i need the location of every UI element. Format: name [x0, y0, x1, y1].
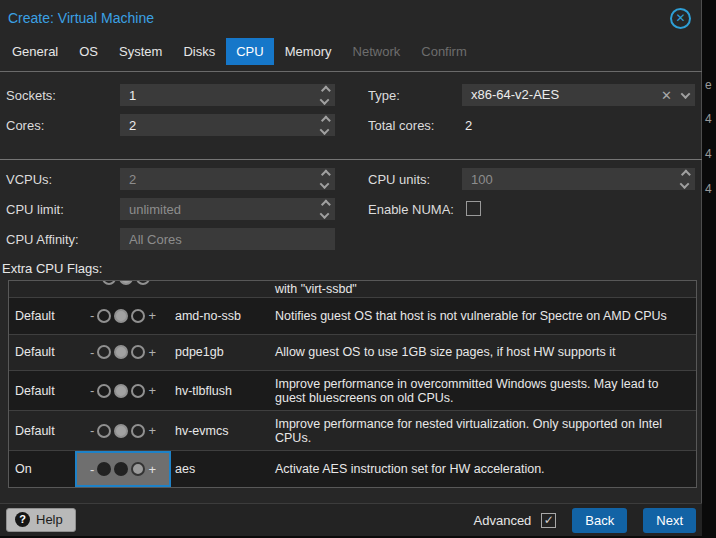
flag-description: Allow guest OS to use 1GB size pages, if… — [275, 345, 696, 359]
section-divider — [0, 159, 702, 160]
flag-state: Default — [9, 424, 71, 438]
flag-state: Default — [9, 384, 71, 398]
tab-general[interactable]: General — [2, 38, 68, 65]
table-row-hv-tlbflush[interactable]: Default - + hv-tlbflush Improve performa… — [9, 371, 696, 411]
flag-name: amd-no-ssb — [175, 309, 275, 323]
flag-name: hv-tlbflush — [175, 384, 275, 398]
cpu-affinity-label: CPU Affinity: — [6, 232, 79, 247]
sockets-stepper[interactable] — [120, 84, 335, 106]
backdrop-text: e — [705, 78, 712, 92]
flag-state: Default — [9, 345, 71, 359]
spinner-arrows-icon — [681, 171, 688, 189]
cpu-limit-stepper[interactable] — [120, 198, 335, 220]
wizard-tabbar: General OS System Disks CPU Memory Netwo… — [2, 38, 477, 71]
spinner-arrows-icon[interactable] — [321, 117, 328, 135]
spinner-arrows-icon[interactable] — [321, 201, 328, 219]
cpu-affinity-field[interactable] — [120, 228, 335, 250]
table-row-aes[interactable]: On - + aes Activate AES instruction set … — [9, 451, 696, 487]
dialog-titlebar: Create: Virtual Machine ✕ — [0, 0, 701, 38]
cores-label: Cores: — [6, 118, 44, 133]
table-row-partial[interactable]: - + with "virt-ssbd" — [9, 281, 696, 298]
flag-state: Default — [9, 309, 71, 323]
tab-confirm: Confirm — [411, 38, 477, 65]
advanced-label: Advanced — [474, 513, 532, 528]
flag-description: Activate AES instruction set for HW acce… — [275, 462, 696, 476]
dialog-title: Create: Virtual Machine — [8, 10, 154, 26]
close-icon[interactable]: ✕ — [670, 8, 691, 29]
flag-state: On — [9, 462, 71, 476]
tristate-toggle[interactable]: - + — [90, 308, 156, 323]
enable-numa-label: Enable NUMA: — [368, 202, 454, 217]
extra-cpu-flags-label: Extra CPU Flags: — [2, 261, 102, 276]
vcpus-label: VCPUs: — [6, 172, 52, 187]
type-combobox[interactable]: x86-64-v2-AES ✕ — [462, 84, 695, 106]
flag-name: hv-evmcs — [175, 424, 275, 438]
vcpus-input — [120, 168, 335, 190]
cpu-flags-table: - + with "virt-ssbd" Default - + amd-no-… — [8, 280, 697, 488]
help-button[interactable]: ? Help — [6, 508, 76, 532]
create-vm-dialog: Create: Virtual Machine ✕ General OS Sys… — [0, 0, 702, 536]
spinner-arrows-icon — [321, 171, 328, 189]
next-button[interactable]: Next — [643, 508, 696, 533]
backdrop-text: 4 — [705, 182, 712, 196]
tab-memory[interactable]: Memory — [275, 38, 342, 65]
clear-icon[interactable]: ✕ — [661, 88, 672, 103]
tab-cpu[interactable]: CPU — [226, 38, 273, 65]
tabbar-divider — [0, 71, 702, 72]
flag-description: Notifies guest OS that host is not vulne… — [275, 309, 696, 323]
flag-description: with "virt-ssbd" — [275, 282, 357, 296]
cpu-units-stepper — [462, 168, 695, 190]
tab-network: Network — [343, 38, 411, 65]
dialog-footer: ? Help Advanced ✓ Back Next — [0, 503, 702, 536]
cores-stepper[interactable] — [120, 114, 335, 136]
sockets-label: Sockets: — [6, 88, 56, 103]
tab-os[interactable]: OS — [69, 38, 108, 65]
tristate-toggle[interactable]: - + — [90, 383, 156, 398]
cpu-units-label: CPU units: — [368, 172, 430, 187]
vcpus-stepper — [120, 168, 335, 190]
screen: e 4 4 4 Create: Virtual Machine ✕ Genera… — [0, 0, 716, 538]
cores-input[interactable] — [120, 114, 335, 136]
spinner-arrows-icon[interactable] — [321, 87, 328, 105]
sockets-input[interactable] — [120, 84, 335, 106]
cpu-affinity-input[interactable] — [120, 228, 335, 250]
flag-description: Improve performance in overcommitted Win… — [275, 377, 696, 405]
tab-system[interactable]: System — [109, 38, 172, 65]
total-cores-value: 2 — [465, 118, 472, 133]
table-row-pdpe1gb[interactable]: Default - + pdpe1gb Allow guest OS to us… — [9, 335, 696, 372]
total-cores-label: Total cores: — [368, 118, 434, 133]
table-row-hv-evmcs[interactable]: Default - + hv-evmcs Improve performance… — [9, 411, 696, 451]
table-row-amd-no-ssb[interactable]: Default - + amd-no-ssb Notifies guest OS… — [9, 298, 696, 335]
type-label: Type: — [368, 88, 400, 103]
flag-description: Improve performance for nested virtualiz… — [275, 417, 696, 445]
chevron-down-icon[interactable] — [681, 89, 691, 99]
question-icon: ? — [15, 512, 30, 527]
tristate-toggle[interactable]: - + — [90, 423, 156, 438]
tab-disks[interactable]: Disks — [173, 38, 225, 65]
flag-name: aes — [175, 462, 275, 476]
flag-name: pdpe1gb — [175, 345, 275, 359]
cpu-units-input — [462, 168, 695, 190]
advanced-checkbox[interactable]: ✓ — [541, 513, 556, 528]
focused-toggle-cell: - + — [75, 451, 171, 487]
back-button[interactable]: Back — [572, 508, 627, 533]
type-value: x86-64-v2-AES — [462, 84, 695, 106]
backdrop-text: 4 — [705, 112, 712, 126]
cpu-limit-input[interactable] — [120, 198, 335, 220]
cpu-limit-label: CPU limit: — [6, 202, 64, 217]
enable-numa-checkbox[interactable] — [466, 201, 481, 216]
tristate-toggle[interactable]: - + — [90, 345, 156, 360]
backdrop-text: 4 — [705, 147, 712, 161]
tristate-toggle[interactable]: - + — [95, 281, 161, 285]
tristate-toggle[interactable]: - + — [90, 462, 156, 477]
